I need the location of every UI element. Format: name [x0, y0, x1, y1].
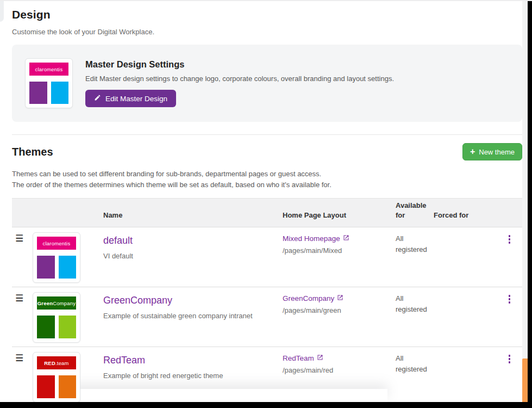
theme-logo-text: .team — [55, 360, 69, 366]
theme-logo-text: claromentis — [35, 66, 63, 72]
external-link-icon — [317, 354, 323, 362]
col-thumbnail — [28, 220, 103, 227]
col-available: Available for — [396, 201, 434, 227]
theme-description: Example of bright red energetic theme — [103, 372, 283, 380]
theme-logo-text-bold: RED — [44, 360, 55, 366]
homepage-layout-path: /pages/main/Mixed — [283, 246, 396, 255]
window-frame-bottom — [0, 402, 532, 408]
edit-master-design-button[interactable]: Edit Master Design — [85, 90, 176, 107]
scrollbar-thumb[interactable] — [522, 358, 528, 403]
forced-for-value — [434, 227, 488, 287]
col-name: Name — [103, 211, 283, 227]
theme-logo-text-bold: Green — [37, 300, 53, 306]
theme-name-link[interactable]: default — [103, 235, 133, 246]
homepage-layout-link[interactable]: RedTeam — [283, 354, 323, 362]
theme-name-link[interactable]: GreenCompany — [103, 295, 172, 306]
drag-handle-icon[interactable]: ☰ — [15, 293, 23, 304]
homepage-layout-label: Mixed Homepage — [283, 234, 340, 243]
homepage-layout-label: RedTeam — [283, 354, 314, 362]
master-design-info: Master Design Settings Edit Master desig… — [85, 58, 394, 108]
drag-handle-icon[interactable]: ☰ — [15, 353, 23, 363]
pencil-icon — [94, 94, 101, 103]
master-design-title: Master Design Settings — [85, 59, 394, 70]
themes-intro-line2: The order of the themes determines which… — [12, 180, 522, 190]
forced-for-value — [434, 347, 488, 406]
edit-master-design-label: Edit Master Design — [105, 95, 167, 103]
theme-thumbnail: RED.team — [33, 352, 80, 403]
available-for-value: All registered — [396, 347, 434, 406]
theme-color-swatch-2 — [51, 82, 69, 104]
theme-color-swatch-1 — [29, 82, 47, 104]
sidebar-edge — [0, 1, 4, 22]
theme-color-swatch-1 — [37, 316, 55, 338]
theme-thumbnail: GreenCompany — [33, 292, 80, 343]
page-subtitle: Customise the look of your Digital Workp… — [12, 28, 522, 36]
available-for-value: All registered — [396, 227, 434, 287]
window-frame-right — [528, 1, 532, 408]
drag-handle-icon[interactable]: ☰ — [15, 233, 23, 244]
new-theme-button[interactable]: + New theme — [462, 143, 522, 160]
themes-intro: Themes can be used to set different bran… — [12, 169, 522, 190]
plus-icon: + — [470, 147, 475, 156]
theme-table-row: ☰ claromentis default VI default Mixed H… — [12, 227, 522, 287]
theme-color-swatch-1 — [37, 375, 55, 398]
theme-color-swatches — [37, 316, 76, 338]
theme-color-swatches — [37, 375, 76, 398]
theme-color-swatch-2 — [59, 375, 77, 398]
theme-logo-banner: RED.team — [37, 356, 76, 369]
homepage-layout-link[interactable]: GreenCompany — [283, 294, 343, 302]
theme-name-link[interactable]: RedTeam — [103, 355, 145, 366]
theme-logo-banner: claromentis — [37, 237, 76, 250]
theme-logo-text: claromentis — [43, 240, 71, 246]
themes-table-header: Name Home Page Layout Available for Forc… — [12, 198, 522, 227]
col-drag — [12, 220, 28, 227]
theme-thumbnail: claromentis — [33, 232, 80, 283]
theme-logo-banner: claromentis — [29, 63, 68, 76]
row-options-kebab-icon[interactable] — [505, 352, 514, 406]
app-window: Design Customise the look of your Digita… — [0, 0, 532, 408]
theme-table-row: ☰ RED.team RedTeam Example of bright red… — [12, 347, 522, 406]
theme-description: VI default — [103, 252, 283, 260]
homepage-layout-path: /pages/main/red — [283, 366, 396, 374]
themes-heading: Themes — [12, 146, 53, 158]
col-layout: Home Page Layout — [283, 211, 396, 227]
themes-intro-line1: Themes can be used to set different bran… — [12, 169, 522, 180]
theme-color-swatch-1 — [37, 256, 55, 279]
page-title: Design — [12, 8, 522, 21]
scrollbar-track[interactable] — [522, 1, 528, 403]
forced-for-value — [434, 287, 488, 347]
homepage-layout-label: GreenCompany — [283, 294, 334, 302]
new-theme-label: New theme — [479, 148, 515, 156]
theme-color-swatch-2 — [59, 316, 77, 338]
theme-table-row: ☰ GreenCompany GreenCompany Example of s… — [12, 287, 522, 347]
master-design-card: claromentis Master Design Settings Edit … — [12, 45, 522, 122]
external-link-icon — [337, 294, 343, 302]
available-for-value: All registered — [396, 287, 434, 347]
col-actions — [488, 220, 522, 227]
theme-logo-banner: GreenCompany — [37, 296, 76, 310]
theme-description: Example of sustainable green company int… — [103, 312, 283, 320]
theme-color-swatch-2 — [59, 256, 77, 279]
row-options-kebab-icon[interactable] — [505, 292, 514, 347]
theme-color-swatches — [29, 82, 68, 104]
row-options-kebab-icon[interactable] — [505, 232, 514, 287]
theme-color-swatches — [37, 256, 76, 279]
external-link-icon — [343, 234, 349, 243]
section-divider — [12, 134, 522, 135]
design-admin-page: Design Customise the look of your Digita… — [0, 1, 532, 407]
theme-logo-text: Company — [53, 300, 76, 306]
col-forced: Forced for — [434, 211, 488, 227]
master-theme-thumbnail: claromentis — [25, 58, 73, 108]
homepage-layout-path: /pages/main/green — [283, 306, 396, 314]
master-design-description: Edit Master design settings to change lo… — [85, 75, 394, 83]
homepage-layout-link[interactable]: Mixed Homepage — [283, 234, 349, 243]
themes-table: Name Home Page Layout Available for Forc… — [12, 198, 522, 407]
